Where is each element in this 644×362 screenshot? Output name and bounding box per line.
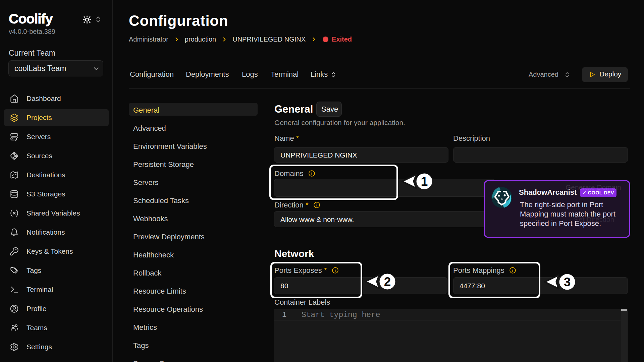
svg-text:2: 2 [384, 275, 391, 289]
svg-text:1: 1 [421, 175, 428, 188]
svg-text:3: 3 [564, 275, 571, 289]
